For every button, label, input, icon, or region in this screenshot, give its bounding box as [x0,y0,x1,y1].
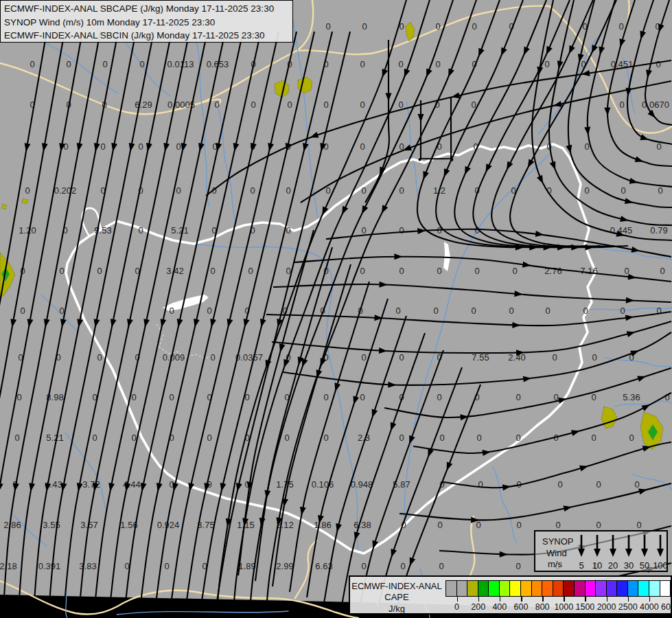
down-arrow-icon [624,534,634,557]
cape-color-cell [585,580,596,597]
cape-legend-model: ECMWF-INDEX-ANAL [351,581,441,591]
cape-color-cell [445,580,457,597]
grid-value: 0 [399,141,404,152]
cape-tick [671,597,672,602]
grid-value: 0 [437,392,441,402]
grid-value: 0.79 [650,225,667,236]
grid-value: 0 [20,306,25,316]
grid-value: 0 [12,479,17,490]
grid-value: 5.36 [623,392,640,402]
grid-value: 0 [544,59,549,69]
cape-color-cell [616,580,628,597]
grid-value: 0 [244,306,249,316]
grid-value: 0 [509,306,513,316]
grid-value: 0 [583,306,588,316]
grid-value: 0 [244,479,249,490]
grid-value: 0 [250,185,255,196]
cape-tick-label: 1000 [554,602,573,612]
grid-value: 0 [251,59,255,69]
cape-tick [500,597,501,602]
grid-value: 0 [516,520,521,530]
grid-value: 0 [100,141,105,152]
grid-value: 0 [325,185,330,196]
grid-value: 0 [474,392,479,402]
cape-color-cell [520,580,532,597]
grid-value: 0 [399,266,404,276]
grid-value: 0 [66,59,71,69]
grid-value: 4.44 [123,479,140,490]
grid-value: 0 [100,185,105,196]
grid-value: 0 [169,433,174,443]
grid-value: 0 [399,392,404,402]
synop-wind-legend: SYNOP Wind m/s 5 10 20 30 50 [534,530,668,572]
grid-value: 0 [320,306,325,316]
cape-tick-label: 6000 [661,602,672,612]
grid-value: 0 [63,141,68,152]
grid-value: 1.89 [238,561,255,571]
grid-value: 0 [30,59,34,69]
cape-tick-label: 2000 [597,602,616,612]
cape-color-cell [606,580,618,597]
down-arrow-icon [592,534,602,557]
cape-color-cell [509,580,521,597]
grid-value: 0 [620,306,625,316]
grid-value: 0 [399,21,404,32]
grid-value: 0 [207,306,211,316]
grid-value: 0.0113 [167,59,194,69]
grid-value: 0.0357 [235,352,263,363]
grid-value: 2.3 [358,433,370,443]
grid-value: 0 [361,352,366,363]
grid-value: 6.63 [315,561,332,571]
grid-value: 0.391 [38,561,61,571]
cape-color-cell [531,580,543,597]
grid-value: 0 [20,266,25,276]
synop-legend-unit: m/s [548,559,562,569]
grid-value: 0 [244,433,249,443]
cape-tick-label: 4000 [640,602,659,612]
grid-value: 0 [66,100,71,110]
grid-value: 0 [435,59,440,69]
grid-value: 0 [131,433,136,443]
grid-value: 0 [251,100,255,110]
grid-value: 0 [207,433,211,443]
grid-value: 0 [176,141,181,152]
grid-value: 0 [135,352,139,363]
grid-value: 5.87 [393,479,410,490]
grid-value: 2.86 [3,520,21,530]
cape-colorbar [446,580,671,597]
down-arrow-icon [608,534,618,557]
grid-value: 0 [629,433,634,443]
grid-value: 0 [439,561,443,571]
grid-value: 0 [286,225,290,236]
grid-value: 2.12 [276,520,293,530]
grid-value: 0 [515,392,520,402]
grid-value: 0 [282,306,287,316]
title-synop-wind: SYNOP Wind (m/s) 10m Monday 17-11-2025 2… [4,16,292,30]
grid-value: 0 [658,185,662,196]
grid-value: 0 [435,21,440,32]
cape-tick [542,597,544,602]
grid-value: 0 [476,433,481,443]
cape-tick-label: 200 [471,602,485,612]
grid-value: 0 [433,306,438,316]
grid-value: 3.42 [166,266,183,276]
synop-speed-label: 30 [621,560,636,571]
grid-value: 0 [437,266,441,276]
title-sbcape: ECMWF-INDEX-ANAL SBCAPE (J/kg) Monday 17… [4,2,292,16]
grid-value: 0 [210,266,215,276]
grid-value: 6.38 [354,520,371,530]
grid-value: 0.451 [611,59,634,69]
grid-value: 0 [634,479,639,490]
grid-value: 0 [323,100,328,110]
grid-value: 0 [474,225,479,236]
grid-value: 0 [62,225,67,236]
grid-value: 0 [210,352,215,363]
grid-value: 1.56 [120,520,137,530]
grid-value: 3.57 [80,520,97,530]
grid-value: 6.29 [135,100,152,110]
cape-legend-param: CAPE [384,592,408,602]
cape-legend-unit: J/kg [389,604,405,614]
grid-value: 0 [511,185,515,196]
grid-value: 0 [214,100,219,110]
synop-speed-entry: 50 [637,534,652,571]
